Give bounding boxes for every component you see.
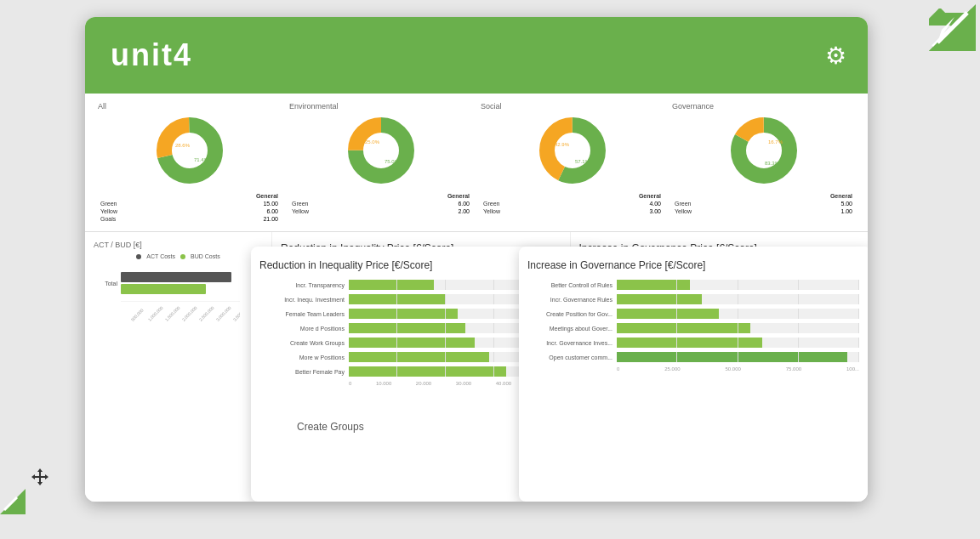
governance-x-axis: 0 25.000 50.000 75.000 100... — [617, 366, 859, 372]
svg-text:3,000,000: 3,000,000 — [215, 305, 232, 322]
svg-text:42.9%: 42.9% — [555, 142, 570, 147]
x-label-40: 40.000 — [496, 381, 511, 386]
gov-bar-fill-4 — [617, 323, 750, 333]
stats-table-all: General Green15.00 Yellow6.00 Goals21.00 — [98, 192, 281, 223]
dashboard-window: unit4 ⚙ All 28.6% 71.4% — [85, 17, 868, 502]
bar-fill-5 — [349, 338, 475, 348]
svg-text:75.0%: 75.0% — [385, 159, 400, 164]
svg-text:71.4%: 71.4% — [194, 157, 209, 162]
svg-text:3,500,000: 3,500,000 — [232, 305, 240, 322]
donut-social: 42.9% 57.1% — [534, 112, 611, 189]
chart-gov-label: Governance — [672, 102, 714, 111]
gov-bar-track-6 — [617, 352, 859, 362]
chart-env-label: Environmental — [289, 102, 339, 111]
act-bud-panel: ACT / BUD [€] ACT Costs BUD Costs Total — [85, 232, 272, 502]
bar-fill-2 — [349, 294, 446, 304]
gov-bar-fill-3 — [617, 309, 719, 319]
governance-chart-title: Increase in Governance Price [€/Score] — [527, 259, 859, 271]
chart-all-label: All — [98, 102, 106, 111]
gov-bar-track-1 — [617, 280, 859, 290]
x-label-10: 10.000 — [376, 381, 391, 386]
move-icon[interactable] — [30, 467, 55, 492]
bar-label-7: Better Female Pay — [259, 369, 345, 375]
svg-text:1,000,000: 1,000,000 — [147, 305, 164, 322]
chart-social-label: Social — [481, 102, 502, 111]
gov-bar-fill-5 — [617, 338, 762, 348]
gov-bar-label-3: Create Position for Gov... — [527, 311, 612, 317]
gov-bar-label-2: Incr. Governance Rules — [527, 297, 612, 303]
bar-fill-6 — [349, 352, 489, 362]
chart-all: All 28.6% 71.4% General Green15.00 — [98, 102, 281, 223]
chart-governance: Governance 16.7% 83.3% General Green5.00… — [672, 102, 855, 223]
gov-bar-fill-6 — [617, 352, 847, 362]
app-header: unit4 ⚙ — [85, 17, 868, 94]
svg-text:1,500,000: 1,500,000 — [164, 305, 181, 322]
bar-fill-3 — [349, 309, 458, 319]
total-row: Total — [94, 272, 263, 294]
svg-text:57.1%: 57.1% — [575, 159, 590, 164]
x-label-30: 30.000 — [456, 381, 471, 386]
x-label-0: 0 — [349, 381, 351, 386]
gov-bar-position: Create Position for Gov... — [527, 309, 859, 319]
gov-bar-customer: Open customer comm... — [527, 352, 859, 362]
gov-x-label-0: 0 — [617, 366, 619, 372]
stats-table-env: General Green6.00 Yellow2.00 — [289, 192, 472, 215]
main-content: All 28.6% 71.4% General Green15.00 — [85, 94, 868, 502]
gov-bar-label-1: Better Controll of Rules — [527, 282, 612, 288]
bar-fill-1 — [349, 280, 434, 290]
gov-bar-track-5 — [617, 338, 859, 348]
chart-environmental: Environmental 25.0% 75.0% General Green6… — [289, 102, 472, 223]
gov-bar-label-5: Incr. Governance Inves... — [527, 340, 612, 346]
x-label-20: 20.000 — [416, 381, 431, 386]
chart-social: Social 42.9% 57.1% General Green4.00 Yel… — [481, 102, 664, 223]
act-legend-label: ACT Costs — [146, 253, 175, 259]
svg-text:83.3%: 83.3% — [765, 161, 780, 166]
bar-label-1: Incr. Transparency — [259, 282, 345, 288]
gov-x-label-100: 100... — [846, 366, 859, 372]
stats-table-gov: General Green5.00 Yellow1.00 — [672, 192, 855, 215]
gov-bar-rules: Incr. Governance Rules — [527, 294, 859, 304]
donut-governance: 16.7% 83.3% — [726, 112, 802, 189]
top-charts-row: All 28.6% 71.4% General Green15.00 — [85, 94, 868, 232]
gov-bar-track-3 — [617, 309, 859, 319]
act-bud-bars: Total — [94, 272, 263, 294]
bud-legend-label: BUD Costs — [191, 253, 220, 259]
stats-table-social: General Green4.00 Yellow3.00 — [481, 192, 664, 215]
bar-label-2: Incr. Inequ. Investment — [259, 297, 345, 303]
gov-x-label-50: 50.000 — [725, 366, 740, 372]
svg-text:500,000: 500,000 — [130, 308, 145, 322]
gov-bar-invest: Incr. Governance Inves... — [527, 338, 859, 348]
corner-arrow — [929, 4, 976, 54]
bar-label-5: Create Work Groups — [259, 340, 345, 346]
total-label: Total — [94, 281, 117, 287]
settings-icon[interactable]: ⚙ — [825, 42, 846, 70]
bar-label-3: Female Team Leaders — [259, 311, 345, 317]
svg-text:2,000,000: 2,000,000 — [181, 305, 198, 322]
svg-text:16.7%: 16.7% — [768, 139, 783, 145]
app-logo: unit4 — [111, 37, 192, 73]
act-bar — [121, 272, 231, 282]
svg-text:2,500,000: 2,500,000 — [198, 305, 215, 322]
gov-bar-track-4 — [617, 323, 859, 333]
bar-label-4: More d Positions — [259, 326, 345, 332]
gov-bar-meetings: Meetings about Gover... — [527, 323, 859, 333]
donut-all: 28.6% 71.4% — [151, 112, 228, 189]
act-legend-dot — [136, 254, 141, 259]
bud-legend-dot — [180, 254, 185, 259]
bar-fill-7 — [349, 366, 506, 377]
gov-bar-fill-2 — [617, 294, 702, 304]
bud-bar — [121, 284, 206, 294]
gov-bar-track-2 — [617, 294, 859, 304]
gov-bar-fill-1 — [617, 280, 690, 290]
legend: ACT Costs BUD Costs — [94, 253, 263, 259]
svg-text:25.0%: 25.0% — [365, 139, 380, 145]
arrow-bottom-left-icon — [0, 489, 26, 518]
svg-text:28.6%: 28.6% — [175, 143, 191, 148]
gov-bar-label-6: Open customer comm... — [527, 355, 612, 360]
gov-x-label-25: 25.000 — [664, 366, 680, 372]
act-bud-title: ACT / BUD [€] — [94, 241, 263, 249]
x-axis: 500,000 1,000,000 1,500,000 2,000,000 2,… — [121, 301, 263, 338]
gov-bar-controll: Better Controll of Rules — [527, 280, 859, 290]
donut-environmental: 25.0% 75.0% — [343, 112, 419, 189]
bottom-section: ACT / BUD [€] ACT Costs BUD Costs Total — [85, 232, 868, 502]
